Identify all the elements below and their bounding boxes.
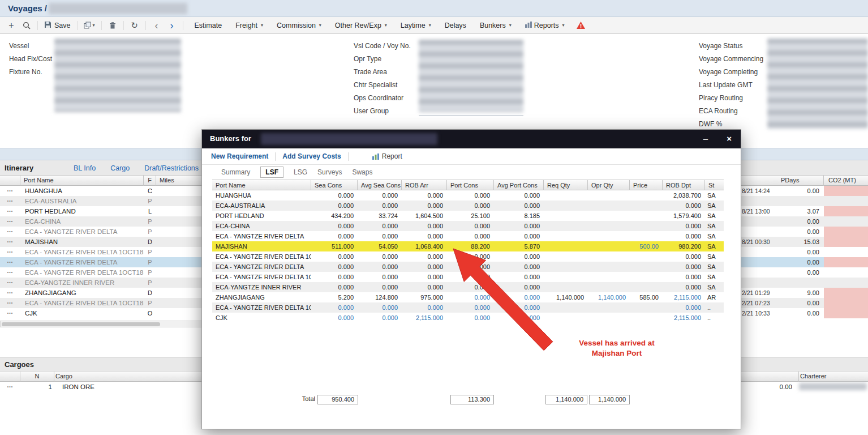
bunker-row[interactable]: ECA - YANGTZE RIVER DELTA0.0000.0000.000… <box>212 231 724 241</box>
chevron-down-icon: ▾ <box>93 23 95 28</box>
cell-port-name: ECA - YANGTZE RIVER DELTA <box>20 227 144 237</box>
column-header-rob-dpt[interactable]: ROB Dpt <box>663 180 705 190</box>
column-header-price[interactable]: Price <box>630 180 663 190</box>
cell-price <box>630 313 663 323</box>
bunker-row[interactable]: ECA-CHINA0.0000.0000.0000.0000.0000.000S… <box>212 221 724 231</box>
tab-cargo[interactable]: Cargo <box>110 164 130 172</box>
row-menu-icon[interactable]: ••• <box>0 237 20 247</box>
tab-lsg[interactable]: LSG <box>294 168 307 176</box>
cell-function: P <box>144 216 156 227</box>
tab-summary[interactable]: Summary <box>221 168 250 176</box>
menu-commission[interactable]: Commission▾ <box>277 22 321 29</box>
row-menu-icon[interactable]: ••• <box>0 267 20 278</box>
menu-freight[interactable]: Freight▾ <box>235 22 263 29</box>
column-header-avg-port-cons[interactable]: Avg Port Cons <box>494 180 544 190</box>
cell-req <box>544 262 588 272</box>
menu-delays[interactable]: Delays <box>445 22 466 29</box>
add-icon[interactable]: + <box>7 20 16 31</box>
column-header-req-qty[interactable]: Req Qty <box>544 180 588 190</box>
bunker-row[interactable]: ECA - YANGTZE RIVER DELTA0.0000.0000.000… <box>212 262 724 272</box>
row-menu-icon[interactable]: ••• <box>0 216 20 227</box>
menu-laytime[interactable]: Laytime▾ <box>401 22 431 29</box>
cell-pdays: 0.00 <box>778 216 819 227</box>
tab-bl-info[interactable]: BL Info <box>74 164 96 172</box>
cell-sea: 0.000 <box>311 201 358 211</box>
column-header-miles[interactable]: Miles <box>156 176 207 186</box>
copy-menu-icon[interactable]: ▾ <box>84 20 95 31</box>
menu-bunkers[interactable]: Bunkers▾ <box>480 22 512 29</box>
cell-name: ECA - YANGTZE RIVER DELTA <box>212 262 311 272</box>
menu-estimate[interactable]: Estimate <box>195 22 222 29</box>
cell-rob-dpt: 2,115.000 <box>663 313 705 323</box>
row-menu-icon[interactable]: ••• <box>0 298 20 308</box>
total-label: Total <box>281 395 315 402</box>
bunker-row[interactable]: ECA-AUSTRALIA0.0000.0000.0000.0000.0000.… <box>212 201 724 211</box>
menu-label: Laytime <box>401 22 426 29</box>
column-header-charterer[interactable]: Charterer <box>799 372 868 382</box>
report-button[interactable]: Report <box>372 152 402 160</box>
bunker-row[interactable]: HUANGHUA0.0000.0000.0000.0000.0002,038.7… <box>212 190 724 201</box>
row-menu-icon[interactable]: ••• <box>0 227 20 237</box>
next-icon[interactable]: › <box>167 20 177 31</box>
cell-st: SA <box>705 262 724 272</box>
tab-draft-restrictions[interactable]: Draft/Restrictions <box>144 164 199 172</box>
cell-st: .. <box>705 313 724 323</box>
bunker-row[interactable]: ECA - YANGTZE RIVER DELTA 1OCT180.0000.0… <box>212 272 724 282</box>
column-header-port[interactable]: Port Name <box>20 176 144 186</box>
new-requirement-button[interactable]: New Requirement <box>211 152 268 160</box>
bunker-row[interactable]: CJK0.0000.0002,115.0000.0000.0002,115.00… <box>212 313 724 323</box>
save-button[interactable]: Save <box>44 21 71 30</box>
column-header-pdays[interactable]: PDays <box>767 176 824 186</box>
column-header-st[interactable]: St <box>705 180 724 190</box>
column-header-rob-arr[interactable]: ROB Arr <box>402 180 447 190</box>
cell-price <box>630 221 663 231</box>
row-menu-icon[interactable]: ••• <box>0 206 20 216</box>
cell-opr <box>588 201 630 211</box>
cell-function: P <box>144 196 156 206</box>
cell-port-cons: 0.000 <box>447 201 494 211</box>
column-header-sea-cons[interactable]: Sea Cons <box>311 180 358 190</box>
bunker-row[interactable]: ECA - YANGTZE RIVER DELTA 1OCT180.0000.0… <box>212 302 724 313</box>
column-header-port-cons[interactable]: Port Cons <box>447 180 494 190</box>
column-header-f[interactable]: F <box>144 176 156 186</box>
row-menu-icon[interactable]: ••• <box>0 196 20 206</box>
refresh-icon[interactable]: ↻ <box>130 20 139 31</box>
search-icon[interactable] <box>22 20 31 31</box>
column-header-opr-qty[interactable]: Opr Qty <box>588 180 630 190</box>
row-menu-icon[interactable]: ••• <box>0 186 20 196</box>
row-menu-icon[interactable]: ••• <box>0 247 20 257</box>
prev-icon[interactable]: ‹ <box>152 20 161 31</box>
bunker-row[interactable]: ECA-YANGTZE INNER RIVER0.0000.0000.0000.… <box>212 282 724 292</box>
cell-price <box>630 272 663 282</box>
tab-itinerary[interactable]: Itinerary <box>5 164 33 172</box>
bunker-row[interactable]: MAJISHAN511.00054.0501,068.40088.2005.87… <box>212 241 724 251</box>
row-menu-icon[interactable]: ••• <box>0 382 20 392</box>
delete-icon[interactable] <box>108 20 117 31</box>
column-header-co2[interactable]: CO2 (MT) <box>824 176 868 186</box>
row-menu-icon[interactable]: ••• <box>0 257 20 267</box>
tab-lsf[interactable]: LSF <box>260 167 283 178</box>
row-menu-icon[interactable]: ••• <box>0 308 20 318</box>
menu-other-rev-exp[interactable]: Other Rev/Exp▾ <box>335 22 387 29</box>
bunker-row[interactable]: ZHANGJIAGANG5.200124.800975.0000.0000.00… <box>212 292 724 302</box>
minimize-icon[interactable]: – <box>703 134 708 144</box>
column-header-port-name[interactable]: Port Name <box>212 180 311 190</box>
warning-icon[interactable] <box>576 21 586 29</box>
cell-rob-dpt: 2,115.000 <box>663 292 705 302</box>
row-menu-icon[interactable]: ••• <box>0 288 20 298</box>
cell-opr <box>588 262 630 272</box>
tab-swaps[interactable]: Swaps <box>352 168 372 176</box>
cell-avg-sea: 0.000 <box>358 302 402 313</box>
column-header-n[interactable]: N <box>20 372 54 382</box>
tab-surveys[interactable]: Surveys <box>317 168 342 176</box>
menu-reports[interactable]: Reports▾ <box>525 22 565 29</box>
close-icon[interactable]: × <box>727 134 732 144</box>
bunker-row[interactable]: ECA - YANGTZE RIVER DELTA 1OCT180.0000.0… <box>212 251 724 262</box>
column-header-avg-sea-cons[interactable]: Avg Sea Cons <box>358 180 402 190</box>
bunker-row[interactable]: PORT HEDLAND434.20033.7241,604.50025.100… <box>212 211 724 221</box>
dialog-titlebar[interactable]: Bunkers for – × <box>202 130 741 148</box>
add-survey-costs-button[interactable]: Add Survey Costs <box>282 152 341 160</box>
row-menu-icon[interactable]: ••• <box>0 278 20 288</box>
scrollbar-thumb[interactable] <box>2 322 160 326</box>
field-underline <box>419 115 523 116</box>
